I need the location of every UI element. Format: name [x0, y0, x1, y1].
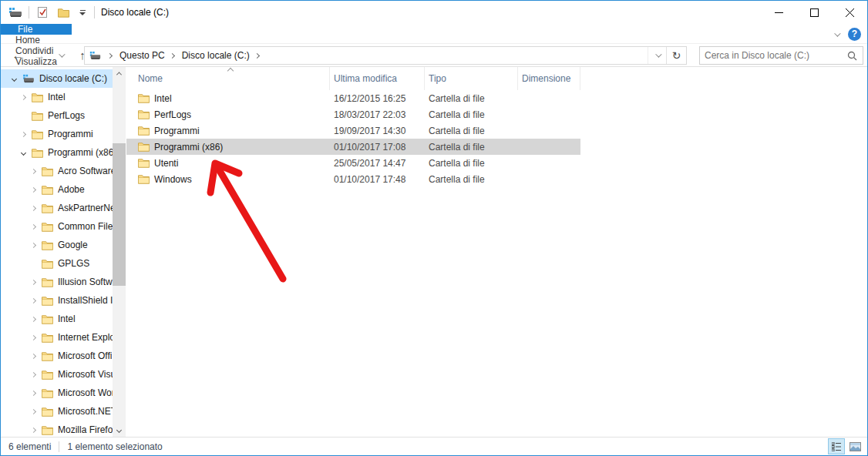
customize-quick-access-icon[interactable]	[76, 4, 89, 21]
details-view-icon[interactable]	[829, 439, 844, 454]
search-icon[interactable]	[847, 51, 857, 61]
tree-item[interactable]: Illusion Softwa	[1, 273, 113, 291]
tree-item[interactable]: Microsoft Visu	[1, 365, 113, 384]
scroll-up-icon[interactable]	[113, 67, 126, 80]
column-header-size[interactable]: Dimensione	[518, 67, 580, 90]
tree-expander-icon[interactable]	[29, 243, 37, 247]
tree-item-label[interactable]: Microsoft.NET	[58, 406, 113, 417]
tree-item-label[interactable]: AskPartnerNet	[58, 203, 113, 213]
tree-item[interactable]: Microsoft.NET	[1, 402, 113, 421]
properties-icon[interactable]	[35, 4, 50, 21]
tree-expander-icon[interactable]	[29, 225, 37, 229]
tree-item-label[interactable]: Illusion Softwa	[58, 277, 113, 287]
refresh-icon[interactable]: ↻	[666, 47, 686, 64]
tree-expander-icon[interactable]	[29, 299, 37, 303]
minimize-button[interactable]	[761, 1, 796, 24]
tree-item-label[interactable]: Acro Software	[58, 166, 113, 176]
file-name[interactable]: PerfLogs	[126, 109, 330, 120]
tree-item[interactable]: AskPartnerNet	[1, 199, 113, 217]
tree-item[interactable]: Microsoft Offi	[1, 347, 113, 365]
new-folder-icon[interactable]	[56, 4, 71, 21]
tree-item[interactable]: Google	[1, 236, 113, 254]
tree-expander-icon[interactable]	[10, 77, 18, 81]
help-icon[interactable]: ?	[848, 28, 861, 41]
file-row[interactable]: PerfLogs 18/03/2017 22:03 Cartella di fi…	[126, 106, 580, 122]
tree-item[interactable]: InstallShield In	[1, 291, 113, 310]
tree-item-label[interactable]: Microsoft Wor	[58, 387, 113, 398]
tree-item[interactable]: Internet Explor	[1, 328, 113, 347]
ribbon-tab[interactable]: File	[1, 24, 72, 35]
breadcrumb-chevron-icon[interactable]	[170, 52, 175, 58]
file-name[interactable]: Programmi	[126, 126, 330, 136]
tree-expander-icon[interactable]	[19, 151, 27, 155]
tree-expander-icon[interactable]	[19, 96, 27, 99]
tree-item-label[interactable]: Programmi	[48, 129, 93, 139]
file-row[interactable]: Programmi (x86) 01/10/2017 17:08 Cartell…	[126, 139, 580, 155]
tree-item[interactable]: PerfLogs	[1, 106, 113, 125]
tree-item[interactable]: Mozilla Firefox	[1, 421, 113, 437]
tree-item[interactable]: Disco locale (C:)	[1, 69, 113, 88]
sidebar-scrollbar[interactable]	[113, 67, 126, 437]
tree-expander-icon[interactable]	[29, 317, 37, 321]
tree-item[interactable]: GPLGS	[1, 254, 113, 273]
tree-item[interactable]: Microsoft Wor	[1, 384, 113, 402]
tree-item-label[interactable]: Intel	[48, 92, 66, 102]
thumbnails-view-icon[interactable]	[847, 439, 863, 454]
tree-expander-icon[interactable]	[29, 428, 37, 432]
column-header-type[interactable]: Tipo	[425, 67, 518, 90]
scrollbar-thumb[interactable]	[113, 143, 126, 286]
tree-item-label[interactable]: Intel	[58, 314, 76, 324]
file-row[interactable]: Windows 01/10/2017 17:48 Cartella di fil…	[126, 171, 580, 187]
tree-expander-icon[interactable]	[29, 354, 37, 358]
file-row[interactable]: Programmi 19/09/2017 14:30 Cartella di f…	[126, 122, 580, 139]
tree-expander-icon[interactable]	[29, 169, 37, 173]
tree-expander-icon[interactable]	[29, 336, 37, 340]
file-row[interactable]: Utenti 25/05/2017 14:47 Cartella di file	[126, 155, 580, 171]
breadcrumb-chevron-icon[interactable]	[254, 52, 260, 58]
column-header-modified[interactable]: Ultima modifica	[330, 67, 425, 90]
tree-expander-icon[interactable]	[29, 188, 37, 192]
tree-item-label[interactable]: Common Files	[58, 221, 113, 232]
tree-expander-icon[interactable]	[29, 373, 37, 377]
file-row[interactable]: Intel 16/12/2015 16:25 Cartella di file	[126, 90, 580, 106]
forward-button[interactable]: →	[30, 46, 49, 65]
tree-item-label[interactable]: Microsoft Offi	[58, 350, 112, 361]
file-name[interactable]: Intel	[126, 93, 330, 104]
tree-item-label[interactable]: InstallShield In	[58, 295, 113, 306]
tree-item[interactable]: Programmi (x86)	[1, 143, 113, 162]
address-bar[interactable]: Questo PC Disco locale (C:) ↻	[84, 46, 687, 65]
scroll-down-icon[interactable]	[113, 424, 126, 437]
close-button[interactable]	[832, 1, 867, 24]
tree-item[interactable]: Intel	[1, 310, 113, 328]
tree-item-label[interactable]: GPLGS	[58, 258, 89, 269]
address-dropdown-icon[interactable]	[648, 47, 666, 64]
search-input[interactable]	[700, 50, 847, 61]
breadcrumb-item[interactable]: Disco locale (C:)	[179, 50, 264, 61]
breadcrumb-item[interactable]: Questo PC	[116, 50, 179, 61]
recent-locations-icon[interactable]	[52, 46, 70, 65]
tree-item-label[interactable]: Disco locale (C:)	[39, 73, 107, 84]
tree-item[interactable]: Intel	[1, 88, 113, 106]
tree-item-label[interactable]: Google	[58, 240, 88, 250]
file-name[interactable]: Windows	[126, 174, 330, 185]
tree-item[interactable]: Acro Software	[1, 162, 113, 180]
tree-item-label[interactable]: Microsoft Visu	[58, 369, 113, 380]
file-name[interactable]: Programmi (x86)	[126, 142, 330, 153]
file-name[interactable]: Utenti	[126, 158, 330, 169]
breadcrumb-label[interactable]: Questo PC	[116, 50, 168, 61]
tree-expander-icon[interactable]	[29, 206, 37, 210]
tree-item-label[interactable]: Internet Explor	[58, 332, 113, 343]
tree-item[interactable]: Common Files	[1, 217, 113, 236]
back-button[interactable]: ←	[8, 46, 27, 65]
breadcrumb-label[interactable]: Disco locale (C:)	[179, 50, 253, 61]
collapse-ribbon-icon[interactable]	[834, 28, 839, 39]
tree-item-label[interactable]: Adobe	[58, 184, 85, 195]
tree-item-label[interactable]: PerfLogs	[48, 110, 85, 121]
tree-item-label[interactable]: Programmi (x86)	[48, 147, 113, 158]
tree-expander-icon[interactable]	[29, 280, 37, 284]
tree-item[interactable]: Programmi	[1, 125, 113, 143]
maximize-button[interactable]	[796, 1, 832, 24]
tree-item[interactable]: Adobe	[1, 180, 113, 199]
tree-item-label[interactable]: Mozilla Firefox	[58, 424, 113, 435]
tree-expander-icon[interactable]	[29, 410, 37, 414]
